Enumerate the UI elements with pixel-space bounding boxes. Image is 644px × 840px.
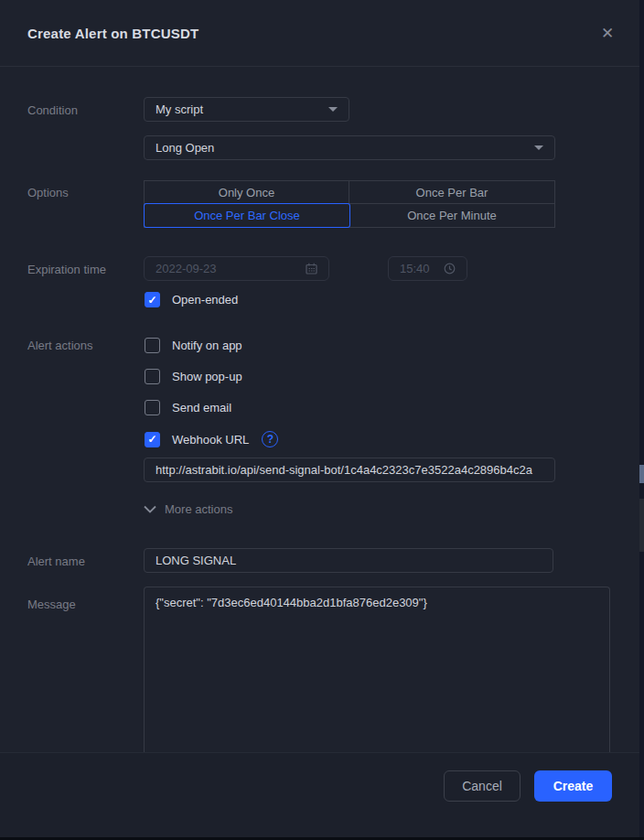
options-frequency-group: Only Once Once Per Bar Once Per Bar Clos… [144,180,555,228]
expiration-label: Expiration time [27,263,106,276]
message-label: Message [27,598,76,611]
chevron-down-icon [328,107,338,112]
webhook-url-label: Webhook URL [172,433,249,447]
page-behind-artifact [639,499,644,552]
cancel-button[interactable]: Cancel [444,770,521,802]
page-behind-artifact [639,465,644,483]
more-actions-label: More actions [165,502,232,516]
dialog-header: Create Alert on BTCUSDT ✕ [0,0,639,67]
page-behind-right [639,0,644,840]
send-email-label: Send email [172,401,231,415]
condition-script-select[interactable]: My script [144,97,349,122]
options-label: Options [27,186,69,199]
option-once-per-bar-close[interactable]: Once Per Bar Close [145,204,349,227]
check-icon: ✓ [147,434,156,445]
condition-signal-select[interactable]: Long Open [144,135,555,160]
dialog-title: Create Alert on BTCUSDT [27,26,199,41]
expiration-time-input[interactable]: 15:40 [388,256,467,281]
expiration-date-input[interactable]: 2022-09-23 [144,256,329,281]
notify-on-app-label: Notify on app [172,339,242,352]
show-popup-row[interactable]: Show pop-up [145,369,242,384]
create-alert-dialog: Create Alert on BTCUSDT ✕ Condition My s… [0,0,639,837]
calendar-icon [306,263,317,275]
check-icon: ✓ [147,295,156,306]
chevron-down-icon [534,145,543,150]
dialog-footer: Cancel Create [0,753,639,837]
alert-name-input[interactable]: LONG SIGNAL [144,548,553,573]
send-email-row[interactable]: Send email [145,400,231,415]
option-once-per-bar[interactable]: Once Per Bar [349,181,554,204]
notify-on-app-checkbox[interactable] [145,338,160,353]
option-once-per-minute[interactable]: Once Per Minute [349,204,554,227]
alert-actions-label: Alert actions [27,339,93,352]
alert-name-value: LONG SIGNAL [156,554,542,567]
webhook-url-value: http://astrabit.io/api/send-signal-bot/1… [156,463,543,477]
webhook-url-row[interactable]: ✓ Webhook URL ? [145,431,278,447]
condition-script-value: My script [156,102,321,116]
help-icon[interactable]: ? [262,431,278,447]
show-popup-label: Show pop-up [172,370,242,383]
webhook-url-input[interactable]: http://astrabit.io/api/send-signal-bot/1… [144,458,555,482]
option-only-once[interactable]: Only Once [145,181,349,204]
open-ended-label: Open-ended [172,293,238,307]
message-textarea[interactable]: {"secret": "7d3ec6ed40144bba2d1bfa876ed2… [144,587,610,752]
close-icon[interactable]: ✕ [597,24,617,44]
open-ended-checkbox-row[interactable]: ✓ Open-ended [145,292,238,307]
chevron-down-icon [144,505,156,513]
expiration-date-value: 2022-09-23 [156,262,298,275]
alert-name-label: Alert name [27,555,85,568]
condition-signal-value: Long Open [156,141,527,155]
open-ended-checkbox[interactable]: ✓ [145,292,160,307]
more-actions-toggle[interactable]: More actions [144,502,232,516]
clock-icon [444,263,456,275]
show-popup-checkbox[interactable] [145,369,160,384]
webhook-url-checkbox[interactable]: ✓ [145,432,160,447]
condition-label: Condition [27,103,78,117]
notify-on-app-row[interactable]: Notify on app [145,338,242,353]
expiration-time-value: 15:40 [400,262,436,275]
create-button[interactable]: Create [534,770,612,802]
send-email-checkbox[interactable] [145,400,160,415]
